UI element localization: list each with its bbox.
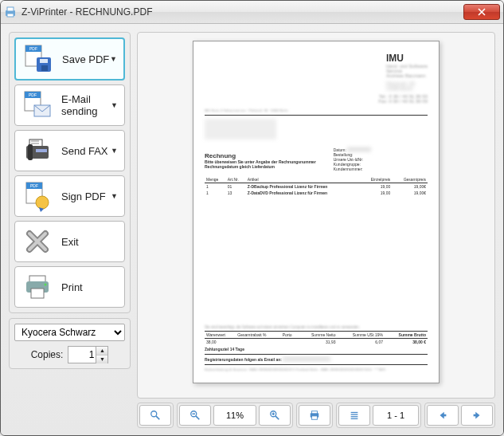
- copies-spinner[interactable]: ▲ ▼: [68, 346, 108, 363]
- printer-group: Kyocera Schwarz Copies: ▲ ▼: [9, 318, 131, 369]
- app-window: Z-ViPrinter - RECHNUNG.PDF PDF Save PDF …: [0, 0, 504, 436]
- chevron-down-icon: ▼: [110, 55, 117, 63]
- left-panel: PDF Save PDF ▼ PDF E-Mail sending ▼: [9, 32, 131, 427]
- client-area: PDF Save PDF ▼ PDF E-Mail sending ▼: [1, 24, 503, 435]
- arrow-left-icon: [437, 410, 448, 421]
- zoom-level[interactable]: 11%: [213, 405, 256, 426]
- svg-line-32: [196, 416, 199, 419]
- sign-button[interactable]: PDF Sign PDF ▼: [14, 175, 125, 217]
- svg-rect-8: [41, 65, 48, 71]
- table-row: 1 01 Z-DBackup Professional Lizenz für F…: [205, 183, 428, 191]
- doc-heading: Rechnung: [205, 152, 327, 159]
- zoom-in-button[interactable]: [259, 405, 291, 426]
- exit-icon: [21, 226, 53, 257]
- chevron-down-icon: ▼: [111, 147, 118, 155]
- svg-rect-45: [474, 414, 477, 417]
- svg-rect-44: [443, 414, 446, 417]
- svg-rect-23: [29, 276, 45, 282]
- fax-button[interactable]: Send FAX ▼: [14, 130, 125, 171]
- svg-rect-1: [7, 7, 14, 11]
- doc-logo: IMU: [386, 53, 428, 64]
- document-page: IMU Hard- und Software Service Andreas B…: [193, 41, 440, 383]
- preview-area[interactable]: IMU Hard- und Software Service Andreas B…: [137, 32, 495, 399]
- svg-rect-16: [36, 149, 47, 152]
- app-icon: [4, 6, 17, 18]
- exit-button[interactable]: Exit: [14, 221, 125, 262]
- copies-row: Copies: ▲ ▼: [14, 346, 125, 363]
- text-view-button[interactable]: [338, 405, 370, 426]
- email-button[interactable]: PDF E-Mail sending ▼: [14, 84, 125, 126]
- copies-down[interactable]: ▼: [96, 355, 107, 363]
- magnifier-minus-icon: [189, 410, 201, 421]
- exit-label: Exit: [61, 236, 118, 248]
- pdf-sign-icon: PDF: [21, 180, 53, 212]
- close-icon: [478, 8, 486, 16]
- lines-icon: [349, 410, 360, 421]
- copies-up[interactable]: ▲: [96, 347, 107, 355]
- pdf-email-icon: PDF: [21, 89, 53, 121]
- svg-rect-39: [312, 416, 318, 419]
- next-page-button[interactable]: [461, 405, 493, 426]
- window-title: Z-ViPrinter - RECHNUNG.PDF: [21, 6, 463, 18]
- actions-group: PDF Save PDF ▼ PDF E-Mail sending ▼: [9, 32, 131, 313]
- magnifier-plus-icon: [269, 410, 280, 421]
- table-row: 1 13 Z-DataDVD Professional Lizenz für F…: [205, 190, 428, 196]
- page-indicator[interactable]: 1 - 1: [373, 405, 419, 426]
- email-label: E-Mail sending: [61, 93, 111, 117]
- arrow-right-icon: [471, 410, 483, 421]
- printer-small-icon: [309, 410, 320, 421]
- printer-select[interactable]: Kyocera Schwarz: [14, 324, 125, 341]
- fax-icon: [21, 135, 53, 167]
- svg-rect-26: [31, 289, 44, 298]
- print-label: Print: [61, 281, 118, 293]
- svg-point-28: [151, 411, 157, 417]
- chevron-down-icon: ▼: [111, 192, 118, 200]
- magnifier-icon: [150, 410, 161, 421]
- chevron-down-icon: ▼: [111, 101, 118, 109]
- pdf-save-icon: PDF: [22, 43, 54, 75]
- svg-line-36: [275, 416, 279, 419]
- svg-point-22: [36, 196, 49, 209]
- svg-rect-15: [28, 144, 33, 160]
- save-pdf-button[interactable]: PDF Save PDF ▼: [14, 37, 125, 81]
- copies-input[interactable]: [68, 349, 96, 360]
- right-panel: IMU Hard- und Software Service Andreas B…: [137, 32, 495, 427]
- svg-point-27: [45, 284, 47, 286]
- svg-text:PDF: PDF: [29, 92, 37, 97]
- svg-text:PDF: PDF: [29, 46, 37, 51]
- zoom-out-button[interactable]: [179, 405, 211, 426]
- svg-rect-7: [40, 59, 48, 63]
- toolbar-print-button[interactable]: [299, 405, 330, 426]
- zoom-reset-button[interactable]: [139, 405, 171, 426]
- preview-toolbar: 11% 1 - 1: [137, 403, 495, 427]
- sign-label: Sign PDF: [61, 191, 111, 202]
- titlebar: Z-ViPrinter - RECHNUNG.PDF: [1, 1, 503, 24]
- print-button[interactable]: Print: [14, 266, 125, 308]
- prev-page-button[interactable]: [427, 405, 459, 426]
- save-pdf-label: Save PDF: [62, 53, 110, 65]
- svg-text:PDF: PDF: [30, 183, 38, 188]
- svg-rect-2: [7, 14, 14, 17]
- printer-icon: [21, 271, 53, 303]
- close-button[interactable]: [463, 4, 500, 20]
- fax-label: Send FAX: [61, 145, 111, 157]
- svg-line-29: [156, 416, 159, 419]
- copies-label: Copies:: [31, 349, 64, 360]
